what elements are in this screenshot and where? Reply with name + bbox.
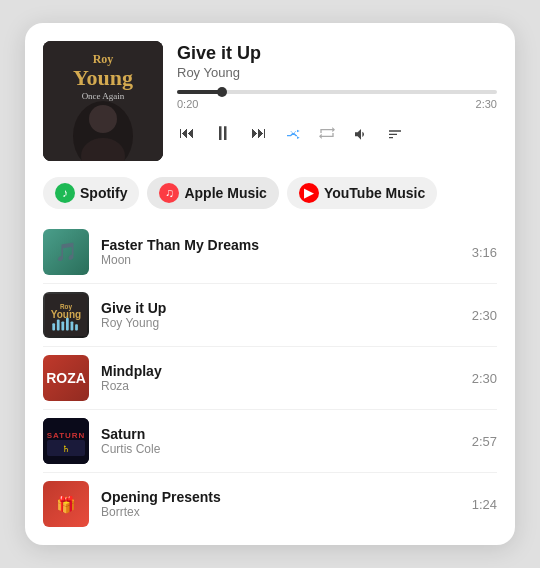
track-duration-4: 2:57 (472, 434, 497, 449)
now-playing-artist: Roy Young (177, 65, 497, 80)
track-artist-3: Roza (101, 379, 460, 393)
now-playing-section: Roy Young Once Again Give it Up Roy Youn… (43, 41, 497, 161)
shuffle-button[interactable] (283, 124, 303, 142)
spotify-tab[interactable]: ♪ Spotify (43, 177, 139, 209)
track-thumb-5: 🎁 (43, 481, 89, 527)
svg-rect-14 (71, 321, 74, 330)
repeat-icon (319, 126, 335, 140)
roza-thumb: ROZA (43, 355, 89, 401)
youtube-music-label: YouTube Music (324, 185, 425, 201)
track-row[interactable]: 🎵 Faster Than My Dreams Moon 3:16 (43, 221, 497, 284)
queue-button[interactable] (385, 124, 405, 142)
playback-controls: ⏮ ⏸ ⏭ (177, 120, 497, 147)
apple-music-icon: ♫ (159, 183, 179, 203)
shuffle-icon (285, 126, 301, 140)
svg-rect-15 (75, 324, 78, 330)
progress-total: 2:30 (476, 98, 497, 110)
svg-text:Roy: Roy (93, 52, 114, 66)
queue-icon (387, 126, 403, 140)
main-card: Roy Young Once Again Give it Up Roy Youn… (25, 23, 515, 545)
track-meta-4: Saturn Curtis Cole (101, 426, 460, 456)
track-meta-3: Mindplay Roza (101, 363, 460, 393)
service-tabs: ♪ Spotify ♫ Apple Music ▶ YouTube Music (43, 177, 497, 209)
forward-button[interactable]: ⏭ (249, 122, 269, 144)
progress-bar-fill (177, 90, 222, 94)
track-row[interactable]: Roy Young Give it Up Roy Young 2:3 (43, 284, 497, 347)
track-meta-1: Faster Than My Dreams Moon (101, 237, 460, 267)
track-row[interactable]: 🎁 Opening Presents Borrtex 1:24 (43, 473, 497, 535)
track-title-3: Mindplay (101, 363, 460, 379)
progress-times: 0:20 2:30 (177, 98, 497, 110)
opening-thumb: 🎁 (43, 481, 89, 527)
roy-thumb-svg: Roy Young (45, 292, 87, 338)
progress-container[interactable]: 0:20 2:30 (177, 90, 497, 110)
volume-icon (353, 126, 369, 140)
track-artist-4: Curtis Cole (101, 442, 460, 456)
track-duration-5: 1:24 (472, 497, 497, 512)
track-duration-3: 2:30 (472, 371, 497, 386)
now-playing-title: Give it Up (177, 43, 497, 65)
roy-thumb: Roy Young (43, 292, 89, 338)
svg-rect-10 (52, 323, 55, 330)
progress-dot (217, 87, 227, 97)
track-artist-1: Moon (101, 253, 460, 267)
youtube-music-icon: ▶ (299, 183, 319, 203)
youtube-music-tab[interactable]: ▶ YouTube Music (287, 177, 437, 209)
svg-text:Young: Young (51, 309, 81, 320)
track-title-2: Give it Up (101, 300, 460, 316)
track-title-5: Opening Presents (101, 489, 460, 505)
apple-music-tab[interactable]: ♫ Apple Music (147, 177, 278, 209)
spotify-icon: ♪ (55, 183, 75, 203)
svg-text:SATURN: SATURN (47, 431, 86, 440)
track-info: Give it Up Roy Young 0:20 2:30 ⏮ ⏸ ⏭ (177, 41, 497, 147)
rewind-button[interactable]: ⏮ (177, 122, 197, 144)
track-thumb-4: SATURN ♄ (43, 418, 89, 464)
volume-button[interactable] (351, 124, 371, 142)
progress-current: 0:20 (177, 98, 198, 110)
progress-bar-bg[interactable] (177, 90, 497, 94)
track-row[interactable]: ROZA Mindplay Roza 2:30 (43, 347, 497, 410)
spotify-label: Spotify (80, 185, 127, 201)
track-meta-2: Give it Up Roy Young (101, 300, 460, 330)
svg-rect-12 (61, 321, 64, 330)
svg-rect-11 (57, 320, 60, 331)
pause-button[interactable]: ⏸ (211, 120, 235, 147)
track-row[interactable]: SATURN ♄ Saturn Curtis Cole 2:57 (43, 410, 497, 473)
track-thumb-1: 🎵 (43, 229, 89, 275)
svg-text:♄: ♄ (62, 444, 70, 454)
track-thumb-3: ROZA (43, 355, 89, 401)
track-thumb-2: Roy Young (43, 292, 89, 338)
track-artist-5: Borrtex (101, 505, 460, 519)
track-title-4: Saturn (101, 426, 460, 442)
saturn-svg: SATURN ♄ (43, 418, 89, 464)
svg-point-5 (89, 105, 117, 133)
repeat-button[interactable] (317, 124, 337, 142)
album-art: Roy Young Once Again (43, 41, 163, 161)
moon-thumb: 🎵 (43, 229, 89, 275)
saturn-thumb: SATURN ♄ (43, 418, 89, 464)
track-meta-5: Opening Presents Borrtex (101, 489, 460, 519)
svg-text:Once Again: Once Again (82, 91, 125, 101)
album-art-svg: Roy Young Once Again (43, 41, 163, 161)
track-list: 🎵 Faster Than My Dreams Moon 3:16 Roy Yo… (43, 221, 497, 535)
track-title-1: Faster Than My Dreams (101, 237, 460, 253)
svg-rect-13 (66, 318, 69, 331)
apple-music-label: Apple Music (184, 185, 266, 201)
svg-text:Young: Young (73, 65, 133, 90)
track-duration-1: 3:16 (472, 245, 497, 260)
track-duration-2: 2:30 (472, 308, 497, 323)
track-artist-2: Roy Young (101, 316, 460, 330)
